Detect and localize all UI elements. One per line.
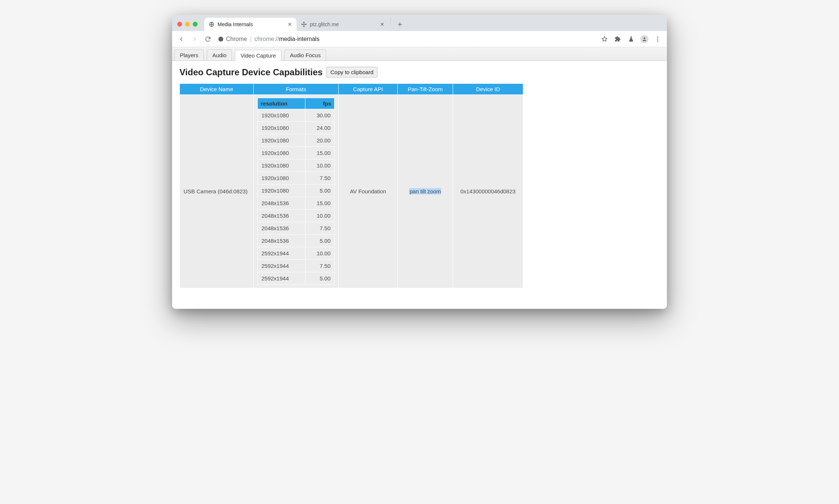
format-row: 1920x108030.00 xyxy=(258,109,335,122)
col-device-id[interactable]: Device ID xyxy=(453,84,523,95)
format-fps: 20.00 xyxy=(305,134,334,147)
format-row: 1920x10807.50 xyxy=(258,172,335,184)
origin-label: Chrome xyxy=(226,36,247,42)
minimize-window-button[interactable] xyxy=(185,22,190,27)
format-resolution: 2048x1536 xyxy=(258,197,305,210)
format-fps: 5.00 xyxy=(305,272,334,285)
labs-icon[interactable] xyxy=(626,34,637,45)
format-fps: 7.50 xyxy=(305,172,334,184)
col-device-name[interactable]: Device Name xyxy=(180,84,254,95)
format-fps: 10.00 xyxy=(305,210,334,222)
url-scheme: chrome:// xyxy=(254,36,279,42)
format-resolution: 1920x1080 xyxy=(258,184,305,197)
svg-point-1 xyxy=(218,37,223,41)
avatar-icon xyxy=(640,35,648,43)
close-tab-icon[interactable]: ✕ xyxy=(288,21,292,27)
tab-divider xyxy=(390,18,391,25)
format-resolution: 1920x1080 xyxy=(258,134,305,147)
heading-row: Video Capture Device Capabilities Copy t… xyxy=(179,67,660,77)
format-row: 2048x15365.00 xyxy=(258,235,335,247)
format-row: 2592x19445.00 xyxy=(258,272,335,285)
format-fps: 10.00 xyxy=(305,247,334,260)
format-row: 2592x19447.50 xyxy=(258,260,335,272)
new-tab-button[interactable] xyxy=(394,19,405,30)
bookmark-star-icon[interactable] xyxy=(599,34,610,45)
svg-point-3 xyxy=(657,37,658,38)
format-fps: 7.50 xyxy=(305,260,334,272)
url-text: chrome://media-internals xyxy=(254,36,319,42)
address-bar[interactable]: Chrome | chrome://media-internals xyxy=(216,33,597,45)
format-resolution: 2592x1944 xyxy=(258,260,305,272)
browser-tab-ptz[interactable]: ptz.glitch.me ✕ xyxy=(297,18,389,31)
tab-audio[interactable]: Audio xyxy=(207,49,232,61)
tab-audio-focus[interactable]: Audio Focus xyxy=(284,49,326,61)
reload-button[interactable] xyxy=(202,34,213,45)
browser-tab-media-internals[interactable]: Media Internals ✕ xyxy=(204,18,297,31)
profile-button[interactable] xyxy=(639,34,650,45)
device-id-cell: 0x14300000046d0823 xyxy=(453,95,523,288)
formats-inner-table: resolution fps 1920x108030.001920x108024… xyxy=(257,98,335,285)
format-resolution: 1920x1080 xyxy=(258,122,305,134)
col-formats[interactable]: Formats xyxy=(254,84,339,95)
svg-point-2 xyxy=(644,37,645,39)
forward-button[interactable] xyxy=(189,34,200,45)
format-resolution: 2048x1536 xyxy=(258,222,305,235)
capture-api-cell: AV Foundation xyxy=(339,95,398,288)
format-resolution: 2048x1536 xyxy=(258,235,305,247)
format-row: 2048x153610.00 xyxy=(258,210,335,222)
device-row: USB Camera (046d:0823) resolution fps 19… xyxy=(180,95,523,288)
close-tab-icon[interactable]: ✕ xyxy=(380,21,384,27)
tab-strip: Media Internals ✕ ptz.glitch.me ✕ xyxy=(172,15,667,31)
format-resolution: 1920x1080 xyxy=(258,172,305,184)
kebab-menu-icon[interactable] xyxy=(652,34,663,45)
format-fps: 5.00 xyxy=(305,235,334,247)
ptz-value-highlighted: pan tilt zoom xyxy=(409,188,441,194)
format-fps: 7.50 xyxy=(305,222,334,235)
svg-point-4 xyxy=(657,38,658,39)
url-path: media-internals xyxy=(279,36,319,42)
window-controls xyxy=(177,22,198,27)
format-row: 2048x15367.50 xyxy=(258,222,335,235)
tab-title: Media Internals xyxy=(218,21,285,27)
tab-title: ptz.glitch.me xyxy=(310,21,377,27)
format-resolution: 2592x1944 xyxy=(258,272,305,285)
tab-players[interactable]: Players xyxy=(174,49,204,61)
formats-resolution-header: resolution xyxy=(258,98,305,109)
format-row: 2048x153615.00 xyxy=(258,197,335,210)
format-fps: 15.00 xyxy=(305,197,334,210)
format-resolution: 2592x1944 xyxy=(258,247,305,260)
site-info-chip[interactable]: Chrome xyxy=(218,36,247,42)
col-capture-api[interactable]: Capture API xyxy=(339,84,398,95)
format-row: 2592x194410.00 xyxy=(258,247,335,260)
toolbar-trailing xyxy=(599,34,663,45)
format-row: 1920x108020.00 xyxy=(258,134,335,147)
format-row: 1920x108015.00 xyxy=(258,147,335,159)
format-fps: 24.00 xyxy=(305,122,334,134)
format-fps: 15.00 xyxy=(305,147,334,159)
page-heading: Video Capture Device Capabilities xyxy=(179,67,323,77)
extensions-icon[interactable] xyxy=(612,34,623,45)
format-resolution: 2048x1536 xyxy=(258,210,305,222)
format-row: 1920x108024.00 xyxy=(258,122,335,134)
maximize-window-button[interactable] xyxy=(193,22,198,27)
page-tabs: Players Audio Video Capture Audio Focus xyxy=(172,47,667,61)
ptz-cell: pan tilt zoom xyxy=(398,95,453,288)
page-content: Players Audio Video Capture Audio Focus … xyxy=(172,47,667,309)
capabilities-table: Device Name Formats Capture API Pan-Tilt… xyxy=(179,83,523,288)
format-fps: 5.00 xyxy=(305,184,334,197)
browser-toolbar: Chrome | chrome://media-internals xyxy=(172,31,667,47)
format-resolution: 1920x1080 xyxy=(258,147,305,159)
tab-video-capture[interactable]: Video Capture xyxy=(235,50,281,61)
formats-fps-header: fps xyxy=(305,98,334,109)
copy-to-clipboard-button[interactable]: Copy to clipboard xyxy=(326,67,378,77)
col-ptz[interactable]: Pan-Tilt-Zoom xyxy=(398,84,453,95)
move-icon xyxy=(301,21,307,27)
format-fps: 10.00 xyxy=(305,159,334,172)
table-header-row: Device Name Formats Capture API Pan-Tilt… xyxy=(180,84,523,95)
format-row: 1920x10805.00 xyxy=(258,184,335,197)
formats-cell: resolution fps 1920x108030.001920x108024… xyxy=(254,95,339,288)
back-button[interactable] xyxy=(176,34,187,45)
svg-point-5 xyxy=(657,40,658,41)
close-window-button[interactable] xyxy=(177,22,182,27)
format-resolution: 1920x1080 xyxy=(258,109,305,122)
